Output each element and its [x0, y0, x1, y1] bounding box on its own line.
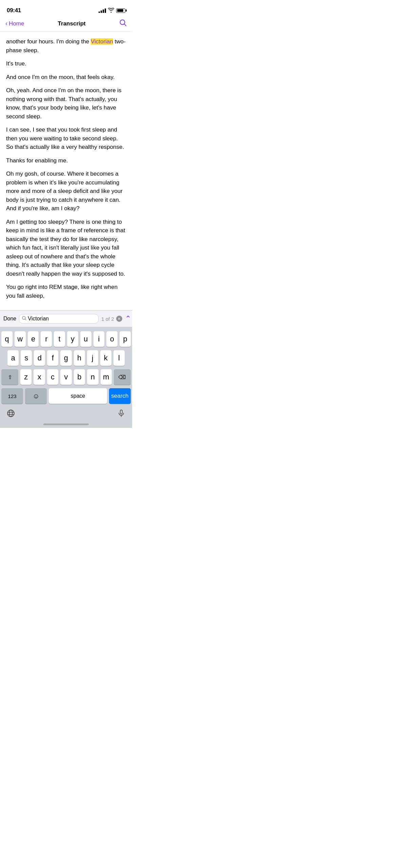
- paragraph-8: Am I getting too sleepy? There is one th…: [6, 218, 126, 278]
- key-m[interactable]: m: [101, 369, 112, 385]
- key-v[interactable]: v: [60, 369, 71, 385]
- svg-point-4: [7, 410, 14, 417]
- nav-bar: ‹ Home Transcript: [0, 16, 132, 32]
- key-a[interactable]: a: [7, 350, 19, 366]
- wifi-icon: [108, 8, 114, 14]
- battery-icon: [116, 8, 125, 13]
- globe-icon[interactable]: [7, 409, 15, 419]
- done-button[interactable]: Done: [3, 316, 16, 322]
- emoji-key[interactable]: ☺: [25, 388, 47, 404]
- chevron-left-icon: ‹: [5, 20, 7, 27]
- paragraph-2: It's true.: [6, 59, 126, 68]
- paragraph-6: Thanks for enabling me.: [6, 156, 126, 165]
- find-bar: Done 1 of 2 ✕ ⌃ ⌃: [0, 310, 132, 327]
- key-t[interactable]: t: [54, 331, 65, 347]
- key-s[interactable]: s: [21, 350, 32, 366]
- svg-line-3: [25, 319, 26, 320]
- find-count-text: 1 of 2: [101, 316, 114, 322]
- key-y[interactable]: y: [67, 331, 78, 347]
- space-key[interactable]: space: [49, 388, 107, 404]
- key-u[interactable]: u: [80, 331, 91, 347]
- find-count: 1 of 2 ✕: [101, 316, 122, 322]
- keyboard-row-3: ⇧ z x c v b n m ⌫: [1, 369, 131, 385]
- key-g[interactable]: g: [60, 350, 71, 366]
- paragraph-7: Oh my gosh, of course. Where it becomes …: [6, 170, 126, 213]
- svg-line-1: [124, 24, 126, 26]
- key-i[interactable]: i: [93, 331, 105, 347]
- find-input-wrap: [19, 314, 99, 323]
- svg-point-5: [9, 410, 13, 417]
- key-n[interactable]: n: [87, 369, 98, 385]
- shift-key[interactable]: ⇧: [1, 369, 18, 385]
- key-z[interactable]: z: [20, 369, 31, 385]
- transcript-content: another four hours. I'm doing the Victor…: [0, 32, 132, 310]
- delete-key[interactable]: ⌫: [114, 369, 131, 385]
- find-prev-button[interactable]: ⌃: [125, 315, 131, 322]
- paragraph-3: And once I'm on the moon, that feels oka…: [6, 73, 126, 82]
- page-title: Transcript: [58, 20, 86, 27]
- status-time: 09:41: [7, 7, 21, 14]
- key-e[interactable]: e: [28, 331, 39, 347]
- home-bar: [43, 423, 89, 425]
- key-d[interactable]: d: [34, 350, 45, 366]
- highlight-1: Victorian: [91, 38, 113, 45]
- status-icons: [99, 8, 125, 14]
- svg-rect-8: [120, 410, 122, 414]
- keyboard-row-1: q w e r t y u i o p: [1, 331, 131, 347]
- back-label: Home: [9, 20, 24, 27]
- signal-icon: [99, 8, 106, 13]
- back-button[interactable]: ‹ Home: [5, 20, 24, 27]
- paragraph-5: I can see, I see that you took first sle…: [6, 125, 126, 152]
- key-r[interactable]: r: [41, 331, 52, 347]
- find-clear-button[interactable]: ✕: [116, 316, 122, 322]
- key-c[interactable]: c: [47, 369, 58, 385]
- search-icon[interactable]: [119, 19, 127, 28]
- key-q[interactable]: q: [1, 331, 13, 347]
- find-search-icon: [22, 316, 26, 321]
- key-x[interactable]: x: [34, 369, 45, 385]
- keyboard-row-2: a s d f g h j k l: [1, 350, 131, 366]
- key-w[interactable]: w: [15, 331, 26, 347]
- key-h[interactable]: h: [74, 350, 85, 366]
- key-k[interactable]: k: [100, 350, 111, 366]
- numbers-key[interactable]: 123: [1, 388, 23, 404]
- key-p[interactable]: p: [120, 331, 131, 347]
- search-key[interactable]: search: [109, 388, 131, 404]
- keyboard-bottom-row: [1, 407, 131, 422]
- find-nav: ⌃ ⌃: [125, 315, 132, 322]
- status-bar: 09:41: [0, 0, 132, 16]
- find-input[interactable]: [28, 316, 96, 322]
- home-indicator: [0, 423, 132, 428]
- key-j[interactable]: j: [87, 350, 98, 366]
- key-f[interactable]: f: [47, 350, 58, 366]
- paragraph-9: You go right into REM stage, like right …: [6, 283, 126, 300]
- key-l[interactable]: l: [113, 350, 125, 366]
- keyboard-row-4: 123 ☺ space search: [1, 388, 131, 404]
- key-b[interactable]: b: [74, 369, 85, 385]
- microphone-icon[interactable]: [117, 409, 125, 419]
- keyboard: q w e r t y u i o p a s d f g h j k l ⇧ …: [0, 327, 132, 423]
- paragraph-4: Oh, yeah. And once I'm on the moon, ther…: [6, 86, 126, 121]
- paragraph-1: another four hours. I'm doing the Victor…: [6, 37, 126, 55]
- key-o[interactable]: o: [106, 331, 118, 347]
